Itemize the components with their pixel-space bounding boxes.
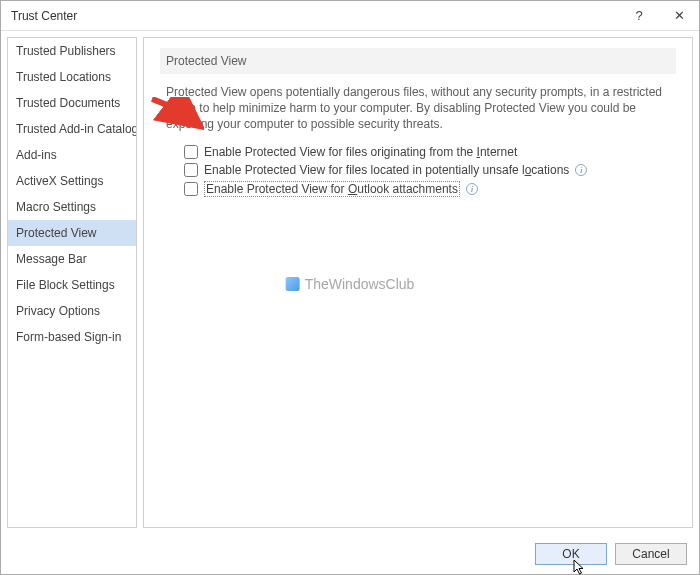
cursor-icon bbox=[573, 559, 587, 575]
sidebar-item-trusted-publishers[interactable]: Trusted Publishers bbox=[8, 38, 136, 64]
sidebar: Trusted Publishers Trusted Locations Tru… bbox=[7, 37, 137, 528]
help-button[interactable]: ? bbox=[619, 1, 659, 31]
checkbox-internet[interactable] bbox=[184, 145, 198, 159]
sidebar-item-protected-view[interactable]: Protected View bbox=[8, 220, 136, 246]
dialog-title: Trust Center bbox=[11, 9, 619, 23]
option-unsafe-locations: Enable Protected View for files located … bbox=[184, 163, 676, 177]
option-outlook-attachments: Enable Protected View for Outlook attach… bbox=[184, 181, 676, 197]
sidebar-item-macro-settings[interactable]: Macro Settings bbox=[8, 194, 136, 220]
checkbox-outlook-attachments[interactable] bbox=[184, 182, 198, 196]
sidebar-item-activex-settings[interactable]: ActiveX Settings bbox=[8, 168, 136, 194]
footer: OK Cancel bbox=[1, 534, 699, 574]
option-internet: Enable Protected View for files originat… bbox=[184, 145, 676, 159]
section-header: Protected View bbox=[160, 48, 676, 74]
label-outlook-attachments[interactable]: Enable Protected View for Outlook attach… bbox=[204, 181, 460, 197]
content-panel: Protected View Protected View opens pote… bbox=[143, 37, 693, 528]
info-icon[interactable]: i bbox=[575, 164, 587, 176]
sidebar-item-message-bar[interactable]: Message Bar bbox=[8, 246, 136, 272]
sidebar-item-form-based-sign-in[interactable]: Form-based Sign-in bbox=[8, 324, 136, 350]
checkbox-unsafe-locations[interactable] bbox=[184, 163, 198, 177]
sidebar-item-trusted-documents[interactable]: Trusted Documents bbox=[8, 90, 136, 116]
section-description: Protected View opens potentially dangero… bbox=[166, 84, 676, 133]
label-unsafe-locations[interactable]: Enable Protected View for files located … bbox=[204, 163, 569, 177]
dialog-window: Trust Center ? ✕ Trusted Publishers Trus… bbox=[0, 0, 700, 575]
close-button[interactable]: ✕ bbox=[659, 1, 699, 31]
dialog-body: Trusted Publishers Trusted Locations Tru… bbox=[1, 31, 699, 534]
cancel-button[interactable]: Cancel bbox=[615, 543, 687, 565]
sidebar-item-trusted-addin-catalogs[interactable]: Trusted Add-in Catalogs bbox=[8, 116, 136, 142]
ok-button[interactable]: OK bbox=[535, 543, 607, 565]
sidebar-item-trusted-locations[interactable]: Trusted Locations bbox=[8, 64, 136, 90]
sidebar-item-file-block-settings[interactable]: File Block Settings bbox=[8, 272, 136, 298]
label-internet[interactable]: Enable Protected View for files originat… bbox=[204, 145, 517, 159]
titlebar: Trust Center ? ✕ bbox=[1, 1, 699, 31]
sidebar-item-add-ins[interactable]: Add-ins bbox=[8, 142, 136, 168]
info-icon[interactable]: i bbox=[466, 183, 478, 195]
sidebar-item-privacy-options[interactable]: Privacy Options bbox=[8, 298, 136, 324]
